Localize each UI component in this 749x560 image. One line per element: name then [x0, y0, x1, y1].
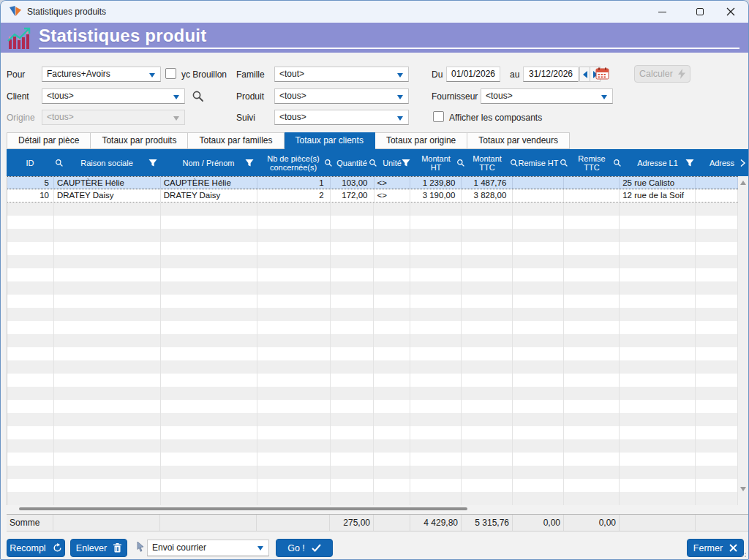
empty-cell	[513, 479, 564, 492]
action-value: Envoi courrier	[152, 542, 206, 553]
empty-cell	[564, 321, 620, 334]
empty-cell	[257, 387, 331, 400]
empty-cell	[374, 216, 410, 229]
column-header-remise-ttc[interactable]: Remise TTC	[564, 149, 620, 176]
tab-totaux-par-clients[interactable]: Totaux par clients	[285, 132, 375, 149]
client-search-icon[interactable]	[192, 90, 204, 102]
empty-cell	[257, 453, 331, 466]
tab-totaux-par-produits[interactable]: Totaux par produits	[91, 132, 188, 149]
empty-cell	[331, 387, 374, 400]
empty-cell	[331, 426, 374, 439]
empty-cell	[161, 492, 257, 505]
tab-totaux-par-origine[interactable]: Totaux par origine	[375, 132, 467, 149]
date-from-input[interactable]: 01/01/2026	[446, 67, 500, 82]
table-empty-row	[7, 466, 738, 479]
filter-icon[interactable]	[148, 159, 157, 167]
calendar-icon[interactable]	[595, 67, 609, 80]
client-select[interactable]: <tous>	[42, 88, 185, 104]
resize-grip[interactable]	[739, 550, 746, 557]
empty-cell	[374, 479, 410, 492]
empty-cell	[7, 453, 54, 466]
empty-cell	[7, 400, 54, 413]
date-to-input[interactable]: 31/12/2026	[523, 67, 579, 82]
empty-cell	[161, 281, 257, 295]
empty-cell	[374, 308, 410, 321]
page-title-underline	[39, 48, 739, 49]
horizontal-scrollbar[interactable]	[19, 507, 467, 510]
column-header-quantite[interactable]: Quantité	[330, 149, 374, 176]
enlever-button[interactable]: Enlever	[70, 539, 127, 557]
filter-icon[interactable]	[402, 159, 410, 167]
column-header-nb-pieces[interactable]: Nb de pièce(s) concernée(s)	[257, 149, 330, 176]
empty-cell	[696, 321, 738, 334]
tab-detail-par-piece[interactable]: Détail par pièce	[7, 132, 91, 149]
scroll-down-icon[interactable]	[740, 487, 746, 491]
date-prev-button[interactable]	[579, 67, 590, 82]
empty-cell	[620, 216, 696, 229]
filter-icon[interactable]	[245, 159, 254, 167]
empty-cell	[513, 268, 564, 281]
chevron-right-icon[interactable]	[739, 159, 746, 167]
column-header-raison-sociale[interactable]: Raison sociale	[53, 149, 160, 176]
arrow-left-icon	[583, 71, 587, 78]
table-empty-row	[7, 479, 738, 492]
column-header-remise-ht[interactable]: Remise HT	[513, 149, 564, 176]
table-row[interactable]: 5 CAUPTÈRE Hélie CAUPTÈRE Hélie 1 103,00…	[7, 176, 738, 189]
column-header-unite[interactable]: Unité	[374, 149, 410, 176]
empty-cell	[331, 360, 374, 374]
famille-select[interactable]: <tout>	[274, 67, 409, 82]
empty-cell	[620, 387, 696, 400]
empty-cell	[54, 413, 161, 426]
recompl-button[interactable]: Recompl	[7, 539, 65, 557]
column-header-nom-prenom[interactable]: Nom / Prénom	[160, 149, 257, 176]
empty-cell	[331, 295, 374, 308]
go-button[interactable]: Go !	[276, 539, 333, 557]
empty-cell	[257, 268, 331, 281]
empty-cell	[513, 413, 564, 426]
tab-totaux-par-vendeurs[interactable]: Totaux par vendeurs	[467, 132, 570, 149]
yc-brouillon-checkbox[interactable]	[165, 68, 176, 79]
empty-cell	[7, 347, 54, 360]
empty-cell	[513, 426, 564, 439]
tab-totaux-par-familles[interactable]: Totaux par familles	[188, 132, 284, 149]
empty-cell	[257, 413, 331, 426]
empty-cell	[410, 439, 462, 453]
filter-icon[interactable]	[685, 159, 694, 167]
vertical-scrollbar[interactable]	[738, 176, 748, 500]
column-header-montant-ht[interactable]: Montant HT	[410, 149, 462, 176]
empty-cell	[7, 334, 54, 347]
empty-cell	[54, 360, 161, 374]
close-button[interactable]	[716, 1, 745, 23]
fournisseur-select[interactable]: <tous>	[481, 88, 613, 104]
empty-cell	[161, 308, 257, 321]
fermer-button[interactable]: Fermer	[687, 539, 744, 557]
pour-select[interactable]: Factures+Avoirs	[42, 67, 161, 82]
empty-cell	[696, 413, 738, 426]
empty-cell	[410, 242, 462, 255]
empty-cell	[331, 203, 374, 216]
maximize-button[interactable]	[685, 1, 715, 23]
calculer-button[interactable]: Calculer	[634, 65, 690, 83]
empty-cell	[462, 255, 513, 268]
suivi-select[interactable]: <tous>	[274, 110, 409, 125]
action-select[interactable]: Envoi courrier	[147, 540, 269, 556]
produit-select[interactable]: <tous>	[274, 88, 409, 104]
empty-cell	[331, 413, 374, 426]
empty-cell	[696, 466, 738, 479]
table-row[interactable]: 10 DRATEY Daisy DRATEY Daisy 2 172,00 <>…	[7, 189, 738, 203]
column-header-montant-ttc[interactable]: Montant TTC	[462, 149, 513, 176]
scroll-up-icon[interactable]	[740, 181, 746, 185]
origine-select[interactable]: <tous>	[42, 110, 185, 125]
afficher-composants-checkbox[interactable]	[433, 111, 444, 122]
empty-cell	[462, 229, 513, 242]
empty-cell	[161, 360, 257, 374]
empty-cell	[161, 387, 257, 400]
empty-cell	[620, 413, 696, 426]
column-header-adresse-l2[interactable]: Adress	[696, 149, 748, 176]
column-header-adresse-l1[interactable]: Adresse L1	[620, 149, 696, 176]
lightning-icon	[678, 69, 685, 79]
minimize-button[interactable]	[647, 1, 677, 23]
empty-cell	[257, 466, 331, 479]
column-header-id[interactable]: ID	[7, 149, 53, 176]
empty-cell	[7, 466, 54, 479]
